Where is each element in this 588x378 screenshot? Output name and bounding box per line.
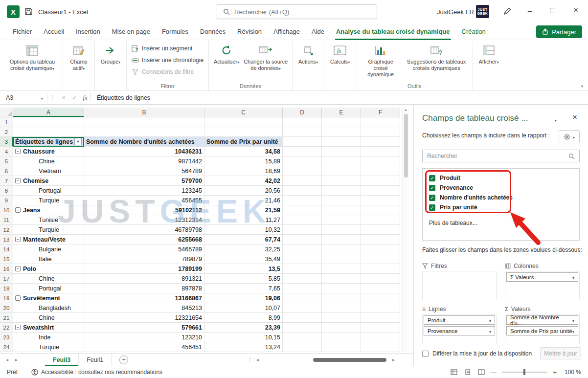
cell-empty[interactable] bbox=[361, 293, 400, 303]
cell-units-value[interactable]: 123210 bbox=[84, 333, 204, 342]
row-number[interactable]: 11 bbox=[0, 215, 13, 225]
cell-c3-values-header[interactable]: Somme de Prix par unité bbox=[204, 137, 283, 147]
row-number[interactable]: 16 bbox=[0, 264, 13, 274]
cell-label[interactable] bbox=[13, 127, 84, 137]
cell-empty[interactable] bbox=[361, 303, 400, 313]
cell-empty[interactable] bbox=[283, 166, 322, 176]
cell-empty[interactable] bbox=[283, 225, 322, 235]
cell-label[interactable]: Survêtement bbox=[13, 293, 84, 303]
cell-price-value[interactable]: 35,49 bbox=[204, 254, 283, 264]
row-number[interactable]: 20 bbox=[0, 303, 13, 313]
cell-price-value[interactable]: 5,85 bbox=[204, 274, 283, 284]
cell-label[interactable]: Vietnam bbox=[13, 166, 84, 176]
cell-label[interactable]: Portugal bbox=[13, 186, 84, 196]
formula-bar-value[interactable]: Étiquettes de lignes bbox=[97, 94, 150, 101]
chevron-down-icon[interactable] bbox=[489, 317, 491, 323]
change-data-source-button[interactable]: Changer la source de données bbox=[242, 42, 289, 74]
cell-empty[interactable] bbox=[361, 186, 400, 196]
row-number[interactable]: 24 bbox=[0, 342, 13, 352]
cell-empty[interactable] bbox=[361, 156, 400, 166]
maximize-icon[interactable] bbox=[542, 0, 563, 21]
row-number[interactable]: 19 bbox=[0, 293, 13, 303]
collapse-button[interactable] bbox=[15, 178, 21, 183]
recommended-pivottables-button[interactable]: ? Suggestions de tableaux croisés dynami… bbox=[403, 42, 470, 73]
calculations-button[interactable]: fx Calculs bbox=[327, 42, 353, 67]
close-icon[interactable] bbox=[565, 0, 586, 21]
hscroll-right-icon[interactable] bbox=[392, 357, 395, 362]
cell-empty[interactable] bbox=[283, 284, 322, 293]
prev-sheet-icon[interactable] bbox=[6, 357, 8, 362]
cell-empty[interactable] bbox=[322, 127, 361, 137]
tab-accueil[interactable]: Accueil bbox=[38, 23, 70, 40]
cell-price-value[interactable]: 10,15 bbox=[204, 333, 283, 342]
cell-empty[interactable] bbox=[322, 215, 361, 225]
cell-empty[interactable] bbox=[361, 117, 400, 127]
cell-empty[interactable] bbox=[283, 196, 322, 205]
defer-layout-checkbox[interactable] bbox=[422, 351, 429, 357]
cell-units-value[interactable]: 564789 bbox=[84, 166, 204, 176]
cell-units-value[interactable]: 9871442 bbox=[84, 156, 204, 166]
cell-units-value[interactable]: 789879 bbox=[84, 254, 204, 264]
hscroll-left-icon[interactable] bbox=[256, 357, 259, 362]
cell-price-value[interactable]: 7,65 bbox=[204, 284, 283, 293]
area-field-pill[interactable]: Somme de Nombre d'u... bbox=[506, 315, 578, 325]
actions-button[interactable]: Actions bbox=[295, 42, 321, 67]
cell-empty[interactable] bbox=[283, 264, 322, 274]
collapse-button[interactable] bbox=[15, 207, 21, 213]
tab-aide[interactable]: Aide bbox=[306, 23, 330, 40]
cell-empty[interactable] bbox=[283, 333, 322, 342]
cell-price-value[interactable]: 19,06 bbox=[204, 293, 283, 303]
cell-empty[interactable] bbox=[322, 254, 361, 264]
cell-empty[interactable] bbox=[361, 333, 400, 342]
show-button[interactable]: Afficher bbox=[476, 42, 501, 67]
chevron-down-icon[interactable] bbox=[572, 317, 574, 323]
column-header[interactable]: D bbox=[283, 108, 322, 117]
tab-r-vision[interactable]: Révision bbox=[231, 23, 268, 40]
zoom-out-icon[interactable]: — bbox=[490, 369, 496, 376]
cell-units-value[interactable] bbox=[84, 117, 204, 127]
cell-empty[interactable] bbox=[361, 166, 400, 176]
cell-units-value[interactable]: 6255668 bbox=[84, 235, 204, 245]
cell-units-value[interactable]: 12312314 bbox=[84, 215, 204, 225]
minimize-icon[interactable] bbox=[520, 0, 540, 21]
tools-gear-button[interactable] bbox=[559, 130, 580, 143]
cell-price-value[interactable] bbox=[204, 127, 283, 137]
cell-empty[interactable] bbox=[283, 186, 322, 196]
cell-empty[interactable] bbox=[322, 225, 361, 235]
cell-empty[interactable] bbox=[361, 196, 400, 205]
cell-empty[interactable] bbox=[322, 245, 361, 254]
cell-empty[interactable] bbox=[283, 274, 322, 284]
cell-units-value[interactable]: 123245 bbox=[84, 186, 204, 196]
cell-empty[interactable] bbox=[283, 245, 322, 254]
cell-units-value[interactable]: 579661 bbox=[84, 323, 204, 333]
cell-empty[interactable] bbox=[283, 342, 322, 352]
cell-price-value[interactable]: 13,24 bbox=[204, 342, 283, 352]
cell-empty[interactable] bbox=[322, 196, 361, 205]
row-number[interactable]: 17 bbox=[0, 274, 13, 284]
cell-empty[interactable] bbox=[361, 127, 400, 137]
cell-empty[interactable] bbox=[283, 293, 322, 303]
new-sheet-button[interactable]: + bbox=[119, 356, 128, 364]
cell-empty[interactable] bbox=[283, 127, 322, 137]
cell-empty[interactable] bbox=[361, 205, 400, 215]
tab-donn-es[interactable]: Données bbox=[194, 23, 231, 40]
collapse-button[interactable] bbox=[15, 266, 21, 271]
row-number[interactable]: 1 bbox=[0, 117, 13, 127]
collapse-ribbon-icon[interactable] bbox=[581, 83, 583, 89]
column-header[interactable]: C bbox=[204, 108, 283, 117]
cell-price-value[interactable]: 34,58 bbox=[204, 147, 283, 156]
vertical-scrollbar[interactable] bbox=[402, 108, 409, 352]
cell-price-value[interactable]: 23,39 bbox=[204, 323, 283, 333]
chevron-down-icon[interactable] bbox=[489, 328, 491, 334]
cell-empty[interactable] bbox=[361, 137, 400, 147]
cell-units-value[interactable]: 59102112 bbox=[84, 205, 204, 215]
row-number[interactable]: 15 bbox=[0, 254, 13, 264]
cell-empty[interactable] bbox=[283, 235, 322, 245]
cell-empty[interactable] bbox=[322, 205, 361, 215]
collapse-button[interactable] bbox=[15, 325, 21, 330]
cell-price-value[interactable]: 67,74 bbox=[204, 235, 283, 245]
checkbox-checked-icon[interactable] bbox=[429, 195, 435, 201]
cell-empty[interactable] bbox=[283, 156, 322, 166]
cell-empty[interactable] bbox=[283, 205, 322, 215]
cell-empty[interactable] bbox=[322, 156, 361, 166]
